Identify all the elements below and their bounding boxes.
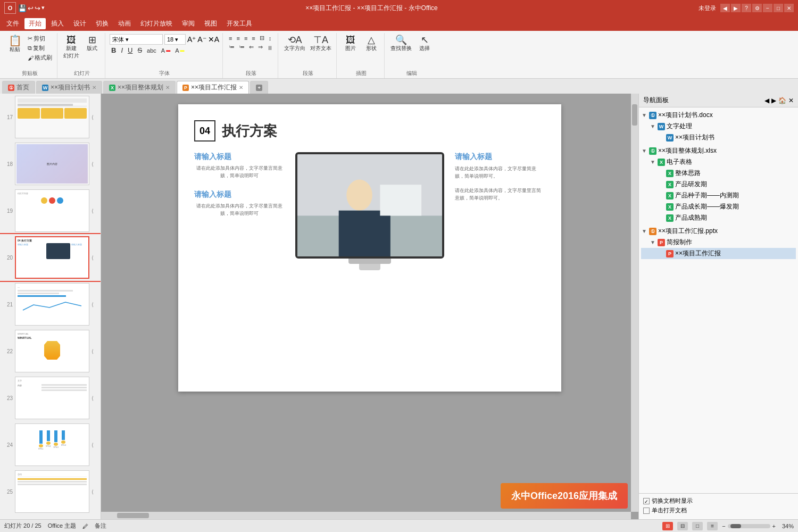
maximize-btn[interactable]: □ bbox=[774, 4, 783, 12]
tab-new[interactable]: + bbox=[250, 81, 268, 94]
menu-developer[interactable]: 开发工具 bbox=[222, 18, 256, 29]
strikethrough-button[interactable]: S bbox=[136, 46, 144, 55]
cut-button[interactable]: ✂剪切 bbox=[26, 34, 54, 43]
tree-item-seed[interactable]: X 产品种子期——内测期 bbox=[641, 190, 796, 201]
select-button[interactable]: ↖ 选择 bbox=[415, 34, 434, 53]
slide-item-19[interactable]: 19 幻灯片内容 ⟨ bbox=[0, 187, 101, 234]
tree-item-rnd[interactable]: X 产品研发期 bbox=[641, 179, 796, 190]
tab-planning[interactable]: W ××项目计划书 ✕ bbox=[36, 81, 102, 94]
tab-close-report[interactable]: ✕ bbox=[239, 85, 243, 90]
decrease-indent[interactable]: ⇐ bbox=[247, 43, 255, 51]
tab-overall[interactable]: X ××项目整体规划 ✕ bbox=[103, 81, 176, 94]
qa-save[interactable]: 💾 bbox=[18, 4, 27, 12]
tree-item-word-proc[interactable]: ▼ W 文字处理 bbox=[641, 121, 796, 132]
horizontal-scrollbar[interactable] bbox=[101, 512, 631, 519]
tab-close-planning[interactable]: ✕ bbox=[92, 85, 96, 90]
nav-prev[interactable]: ◀ bbox=[764, 97, 769, 104]
checkbox-switch-doc[interactable] bbox=[643, 498, 650, 504]
menu-animation[interactable]: 动画 bbox=[114, 18, 135, 29]
text-direction-button[interactable]: ⟲A 文字方向 bbox=[282, 34, 307, 53]
nav-home[interactable]: 🏠 bbox=[778, 97, 786, 104]
font-size-decrease[interactable]: A⁻ bbox=[197, 35, 206, 44]
menu-review[interactable]: 审阅 bbox=[178, 18, 199, 29]
expand-docx[interactable]: ▼ bbox=[641, 112, 647, 118]
expand-17[interactable]: ⟨ bbox=[92, 114, 94, 120]
v-scroll-thumb[interactable] bbox=[632, 104, 637, 126]
close-btn[interactable]: ✕ bbox=[784, 4, 794, 12]
slide-item-23[interactable]: 23 文字 内容 ⟨ bbox=[0, 375, 101, 421]
menu-insert[interactable]: 插入 bbox=[47, 18, 68, 29]
slide-item-20[interactable]: 20 04 执行方案 请输入标题 请输入标题 ⟨ bbox=[0, 234, 101, 281]
tab-close-overall[interactable]: ✕ bbox=[165, 85, 170, 90]
slide-item-24[interactable]: 24 STYL1 STYL2 bbox=[0, 421, 101, 468]
new-slide-button[interactable]: 🖼 新建幻灯片 bbox=[62, 34, 81, 61]
qa-redo[interactable]: ↪ bbox=[35, 4, 40, 12]
format-painter-button[interactable]: 🖌格式刷 bbox=[26, 53, 54, 62]
expand-19[interactable]: ⟨ bbox=[92, 208, 94, 214]
annotation-label[interactable]: 备注 bbox=[95, 522, 106, 530]
bullet-list[interactable]: ≔ bbox=[227, 43, 236, 51]
nav-back[interactable]: ◀ bbox=[720, 4, 730, 12]
tab-report[interactable]: P ××项目工作汇报 ✕ bbox=[177, 81, 249, 94]
menu-home[interactable]: 开始 bbox=[24, 18, 46, 29]
login-status[interactable]: 未登录 bbox=[699, 4, 716, 12]
expand-25[interactable]: ⟨ bbox=[92, 489, 94, 495]
justify[interactable]: ≡ bbox=[250, 34, 256, 42]
view-normal-btn[interactable]: ⊞ bbox=[662, 522, 673, 530]
slide-item-18[interactable]: 18 图片内容 ⟨ bbox=[0, 140, 101, 187]
help-icon[interactable]: ? bbox=[742, 4, 751, 12]
h-scroll-thumb[interactable] bbox=[117, 513, 149, 518]
expand-pptx[interactable]: ▼ bbox=[641, 228, 647, 234]
bold-button[interactable]: B bbox=[110, 46, 118, 55]
align-right[interactable]: ≡ bbox=[243, 34, 249, 42]
nav-close[interactable]: ✕ bbox=[788, 97, 794, 104]
tree-item-pptx[interactable]: ▼ ① ××项目工作汇报.pptx bbox=[641, 226, 796, 237]
qa-undo[interactable]: ↩ bbox=[28, 4, 34, 12]
settings-icon[interactable]: ⚙ bbox=[752, 4, 762, 12]
slide-item-17[interactable]: 17 ⟨ bbox=[0, 94, 101, 140]
font-name-selector[interactable]: 宋体 ▾ bbox=[110, 34, 163, 45]
view-grid-btn[interactable]: ⊟ bbox=[677, 522, 688, 530]
expand-presentation[interactable]: ▼ bbox=[650, 239, 656, 245]
expand-24[interactable]: ⟨ bbox=[92, 442, 94, 448]
view-single-btn[interactable]: □ bbox=[692, 522, 703, 530]
clear-format[interactable]: ✕A bbox=[208, 35, 219, 44]
expand-xlsx[interactable]: ▼ bbox=[641, 148, 647, 154]
expand-18[interactable]: ⟨ bbox=[92, 161, 94, 167]
menu-transition[interactable]: 切换 bbox=[92, 18, 113, 29]
expand-20[interactable]: ⟨ bbox=[92, 255, 94, 261]
tree-item-docx[interactable]: ▼ ① ××项目计划书.docx bbox=[641, 110, 796, 121]
columns[interactable]: ⫼ bbox=[265, 43, 275, 51]
align-left[interactable]: ≡ bbox=[227, 34, 234, 42]
slide-item-25[interactable]: 25 总结 ⟨ bbox=[0, 468, 101, 515]
underline-button[interactable]: U bbox=[126, 46, 134, 55]
slide-item-22[interactable]: 22 WINRTUAL WINRTUAL ⟨ bbox=[0, 328, 101, 375]
tab-home[interactable]: ① 首页 bbox=[2, 81, 35, 94]
vertical-scrollbar[interactable] bbox=[631, 94, 638, 512]
layout-button[interactable]: ⊞ 版式 bbox=[82, 34, 102, 53]
align-cols[interactable]: ⊟ bbox=[258, 34, 266, 42]
line-spacing[interactable]: ↕ bbox=[267, 34, 273, 42]
expand-word[interactable]: ▼ bbox=[650, 123, 656, 129]
increase-indent[interactable]: ⇒ bbox=[256, 43, 264, 51]
expand-21[interactable]: ⟨ bbox=[92, 302, 94, 307]
tree-item-xlsx[interactable]: ▼ ① ××项目整体规划.xlsx bbox=[641, 145, 796, 156]
menu-file[interactable]: 文件 bbox=[2, 18, 23, 29]
expand-22[interactable]: ⟨ bbox=[92, 348, 94, 354]
expand-23[interactable]: ⟨ bbox=[92, 395, 94, 401]
font-color-button[interactable]: A▬ bbox=[160, 47, 172, 54]
tree-item-mature[interactable]: X 产品成熟期 bbox=[641, 212, 796, 223]
tree-item-report[interactable]: P ××项目工作汇报 bbox=[641, 248, 796, 259]
menu-design[interactable]: 设计 bbox=[69, 18, 90, 29]
view-reading-btn[interactable]: ≡ bbox=[707, 522, 718, 530]
text-shadow[interactable]: abc bbox=[145, 47, 158, 54]
slide-item-21[interactable]: 21 — ⟨ bbox=[0, 281, 101, 328]
menu-slideshow[interactable]: 幻灯片放映 bbox=[136, 18, 177, 29]
nav-forward[interactable]: ▶ bbox=[731, 4, 741, 12]
minimize-btn[interactable]: − bbox=[763, 4, 772, 12]
numbered-list[interactable]: ≔ bbox=[237, 43, 246, 51]
zoom-in-btn[interactable]: + bbox=[772, 523, 776, 529]
picture-button[interactable]: 🖼 图片 bbox=[341, 34, 360, 53]
font-size-selector[interactable]: 18 ▾ bbox=[164, 34, 186, 45]
paste-button[interactable]: 📋 粘贴 bbox=[5, 34, 24, 54]
